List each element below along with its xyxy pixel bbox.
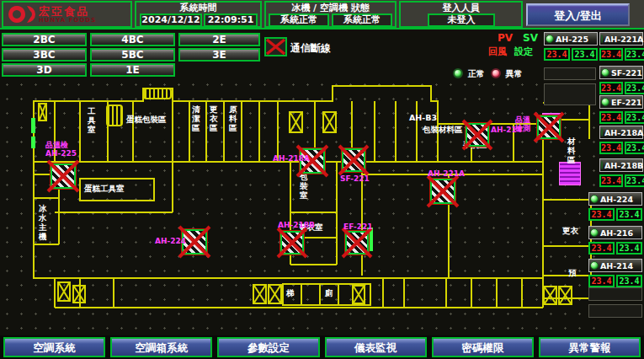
unit-button-ah-225[interactable]: AH-225	[544, 32, 598, 46]
unit-marker-label-sf-221: SF-221	[340, 175, 370, 184]
unit-button-ah-214[interactable]: AH-214	[588, 259, 642, 272]
unit-status-led	[601, 35, 603, 43]
room-label: 工具室	[88, 106, 97, 134]
unit-name-label: AH-214	[600, 261, 633, 271]
top-bar: 宏亞食品 HUNYA FOODS 系統時間 2024/12/12 22:09:5…	[0, 0, 644, 29]
comm-fail-unit-icon-sf-221[interactable]	[342, 148, 365, 172]
room-label: 更衣	[562, 226, 578, 235]
unit-name-label: EF-221	[611, 98, 641, 107]
unit-marker-label-ah-218a: AH-218A	[273, 155, 310, 163]
unit-marker-label--: 品溫檢測	[515, 116, 530, 132]
stair-x-box	[268, 284, 282, 304]
comm-fail-unit-icon-ef-221[interactable]	[345, 231, 369, 255]
zone-button-2e[interactable]: 2E	[178, 33, 260, 46]
unit-sv-value: 23.4	[572, 48, 598, 61]
equipment-blob	[559, 162, 581, 185]
stair-x-box	[253, 284, 267, 304]
machine-status-section: 冰機 / 空調機 狀態 系統正常 系統正常	[264, 1, 397, 28]
unit-marker-label-ah-221a: AH-221A	[428, 170, 465, 179]
unit-name-label: AH-221A	[604, 35, 643, 44]
unit-pv-value: 23.4	[599, 111, 623, 124]
unit-sv-value: 23.4	[625, 142, 644, 154]
room-label: 更衣區	[210, 104, 219, 132]
system-clock-display: 22:09:51	[204, 13, 258, 27]
login-logout-button[interactable]: 登入/登出	[526, 3, 630, 26]
abnormal-led-icon	[491, 68, 501, 78]
unit-card-ah-216: AH-21623.423.4	[588, 226, 642, 239]
nav-button-2[interactable]: 空調箱系統	[110, 337, 212, 357]
unit-button-ah-224[interactable]: AH-224	[588, 192, 642, 206]
unit-pv-value: 23.4	[588, 275, 615, 287]
nav-button-5[interactable]: 密碼權限	[432, 337, 534, 357]
unit-sv-value: 23.4	[625, 48, 644, 61]
unit-name-label: AH-218B	[604, 161, 643, 170]
unit-status-led	[601, 128, 603, 137]
status-strip	[31, 137, 35, 148]
hmi-screen: 宏亞食品 HUNYA FOODS 系統時間 2024/12/12 22:09:5…	[0, 0, 644, 359]
nav-button-3[interactable]: 參數設定	[217, 337, 319, 357]
unit-button-sf-221[interactable]: SF-221	[599, 66, 643, 79]
login-user-display: 未登入	[428, 13, 495, 27]
unit-values: 23.423.4	[599, 111, 643, 124]
unit-status-led	[601, 161, 603, 169]
zone-button-2bc[interactable]: 2BC	[2, 33, 87, 46]
unit-status-led	[601, 68, 609, 77]
unit-pv-value: 23.4	[599, 82, 623, 94]
zone-button-3d[interactable]: 3D	[2, 63, 87, 77]
comm-fail-unit-icon--[interactable]	[537, 115, 561, 139]
unit-card-ah-218b: AH-218B23.423.4	[599, 158, 643, 172]
brand-name: 宏亞食品	[39, 6, 96, 17]
stair-x-box	[352, 285, 365, 304]
unit-pv-value: 23.4	[599, 174, 623, 187]
unit-button-ef-221[interactable]: EF-221	[599, 95, 643, 109]
unit-button-ah-216[interactable]: AH-216	[588, 226, 642, 239]
nav-button-1[interactable]: 空調系統	[3, 337, 105, 357]
login-user-section: 登入人員 未登入	[399, 1, 523, 28]
unit-name-label: AH-216	[600, 228, 633, 238]
unit-button-ah-221a[interactable]: AH-221A	[599, 32, 643, 46]
unit-pv-value: 23.4	[544, 48, 570, 61]
unit-card-ah-218a: AH-218A23.423.4	[599, 126, 643, 139]
unit-pv-value: 23.4	[588, 242, 615, 255]
unit-button-ah-218a[interactable]: AH-218A	[599, 126, 643, 139]
empty-unit-slot	[544, 67, 596, 80]
comm-fail-unit-icon-ah-225[interactable]	[51, 163, 76, 189]
unit-name-label: AH-225	[556, 35, 588, 44]
zone-button-5bc[interactable]: 5BC	[90, 48, 175, 62]
brand-name-en: HUNYA FOODS	[39, 17, 96, 24]
unit-button-ah-218b[interactable]: AH-218B	[599, 158, 643, 172]
unit-status-led	[590, 228, 599, 237]
zone-button-4bc[interactable]: 4BC	[90, 33, 175, 46]
comm-fail-unit-icon-ah-214[interactable]	[466, 123, 489, 147]
unit-values: 23.423.4	[588, 208, 642, 221]
comm-fail-icon	[264, 37, 287, 56]
legend-pv-caption: 回風	[488, 46, 507, 58]
hunya-logo-icon	[8, 3, 39, 25]
unit-values: 23.423.4	[599, 174, 643, 187]
zone-button-3bc[interactable]: 3BC	[2, 48, 87, 62]
stair-x-box	[543, 286, 557, 305]
unit-values: 23.423.4	[588, 242, 642, 255]
room-label: 蛋糕工具室	[84, 184, 125, 193]
comm-fail-unit-icon-ah-218b[interactable]	[280, 231, 304, 255]
zone-button-3e[interactable]: 3E	[178, 48, 260, 62]
room-label: 原料區	[229, 104, 238, 132]
unit-pv-value: 23.4	[588, 208, 615, 221]
unit-marker-label-ah-224: AH-224	[155, 238, 186, 246]
nav-button-4[interactable]: 儀表監視	[325, 337, 427, 357]
stair-x-box	[322, 111, 337, 133]
comm-fail-label: 通信斷線	[290, 41, 331, 56]
stair-x-box	[72, 285, 86, 303]
unit-pv-value: 23.4	[599, 48, 623, 61]
legend-sv: SV	[523, 32, 538, 44]
comm-fail-unit-icon-ah-221a[interactable]	[430, 179, 455, 204]
room-label: AH-B3	[409, 113, 437, 122]
unit-pv-value: 23.4	[599, 142, 623, 154]
stair-x-box	[558, 286, 572, 305]
system-time-label: 系統時間	[136, 3, 260, 13]
nav-button-6[interactable]: 異常警報	[539, 337, 641, 357]
zone-button-1e[interactable]: 1E	[90, 63, 175, 77]
unit-name-label: AH-218A	[604, 128, 643, 137]
unit-card-ah-225: AH-22523.423.4	[544, 32, 598, 46]
login-user-label: 登入人員	[401, 3, 521, 13]
